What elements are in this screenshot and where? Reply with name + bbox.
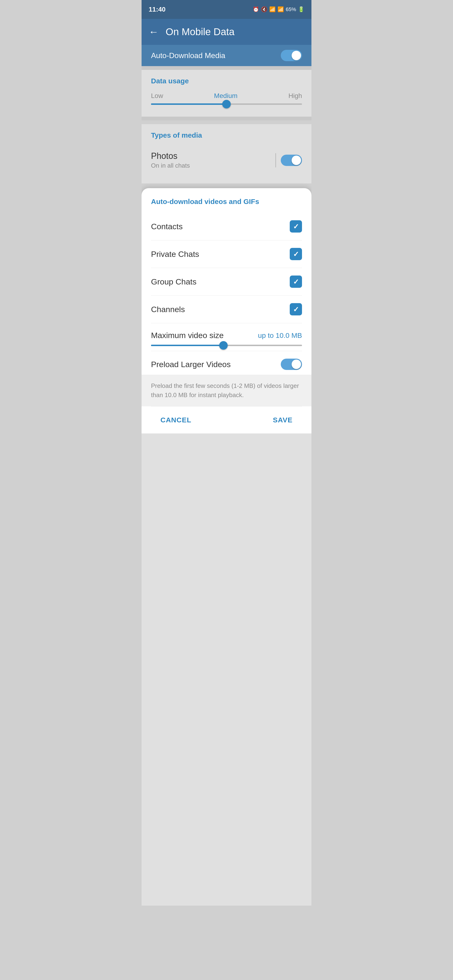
status-icons: ⏰ 🔇 📶 📶 65% 🔋 xyxy=(253,6,304,13)
section-divider-1 xyxy=(141,66,312,70)
preload-description-area: Preload the first few seconds (1-2 MB) o… xyxy=(141,375,312,406)
high-label: High xyxy=(288,92,302,100)
photos-toggle[interactable] xyxy=(281,154,302,166)
data-usage-slider[interactable] xyxy=(151,103,302,105)
bottom-sheet: Auto-download videos and GIFs Contacts ✓… xyxy=(141,188,312,433)
types-of-media-title: Types of media xyxy=(151,131,302,139)
contacts-label: Contacts xyxy=(151,222,183,231)
group-chats-checkbox[interactable]: ✓ xyxy=(290,275,302,288)
low-label: Low xyxy=(151,92,163,100)
bottom-actions: CANCEL SAVE xyxy=(151,406,302,433)
section-divider-2 xyxy=(141,117,312,120)
channels-checkbox[interactable]: ✓ xyxy=(290,303,302,315)
slider-fill xyxy=(151,103,226,105)
private-chats-checkbox[interactable]: ✓ xyxy=(290,248,302,260)
contacts-row: Contacts ✓ xyxy=(151,213,302,240)
auto-download-row: Auto-Download Media xyxy=(141,45,312,66)
types-of-media-section: Types of media Photos On in all chats xyxy=(141,124,312,183)
data-usage-section: Data usage Low Medium High xyxy=(141,70,312,117)
toggle-knob xyxy=(291,51,301,60)
contacts-checkbox[interactable]: ✓ xyxy=(290,220,302,232)
photos-title: Photos xyxy=(151,151,271,161)
video-slider-thumb[interactable] xyxy=(219,341,228,350)
auto-download-dialog-title: Auto-download videos and GIFs xyxy=(151,197,302,206)
mute-icon: 🔇 xyxy=(261,6,267,13)
photos-toggle-knob xyxy=(291,156,301,165)
signal-icon: 📶 xyxy=(277,6,284,13)
private-chats-row: Private Chats ✓ xyxy=(151,240,302,268)
group-chats-row: Group Chats ✓ xyxy=(151,268,302,296)
status-time: 11:40 xyxy=(149,6,166,13)
contacts-check-icon: ✓ xyxy=(293,223,299,231)
alarm-icon: ⏰ xyxy=(253,6,259,13)
slider-thumb[interactable] xyxy=(222,100,231,108)
channels-row: Channels ✓ xyxy=(151,296,302,323)
page-title: On Mobile Data xyxy=(166,26,234,38)
battery-icon: 🔋 xyxy=(298,6,304,13)
video-size-row: Maximum video size up to 10.0 MB xyxy=(151,323,302,351)
battery-percent: 65% xyxy=(286,6,296,13)
preload-description-text: Preload the first few seconds (1-2 MB) o… xyxy=(151,381,302,400)
cancel-button[interactable]: CANCEL xyxy=(160,414,191,426)
group-chats-label: Group Chats xyxy=(151,277,196,286)
preload-row: Preload Larger Videos xyxy=(151,351,302,375)
video-size-slider[interactable] xyxy=(151,345,302,346)
status-bar: 11:40 ⏰ 🔇 📶 📶 65% 🔋 xyxy=(141,0,312,19)
auto-download-toggle[interactable] xyxy=(281,50,302,61)
channels-check-icon: ✓ xyxy=(293,305,299,313)
video-slider-fill xyxy=(151,345,223,346)
video-size-value: up to 10.0 MB xyxy=(258,331,302,339)
private-chats-label: Private Chats xyxy=(151,250,199,259)
slider-labels: Low Medium High xyxy=(151,92,302,100)
save-button[interactable]: SAVE xyxy=(273,414,293,426)
private-chats-check-icon: ✓ xyxy=(293,250,299,258)
video-size-header: Maximum video size up to 10.0 MB xyxy=(151,331,302,340)
photos-info: Photos On in all chats xyxy=(151,151,271,169)
preload-label: Preload Larger Videos xyxy=(151,360,231,369)
channels-label: Channels xyxy=(151,305,185,314)
photos-divider xyxy=(276,153,276,167)
wifi-icon: 📶 xyxy=(269,6,276,13)
data-usage-title: Data usage xyxy=(151,77,302,85)
preload-toggle[interactable] xyxy=(281,359,302,370)
video-size-label: Maximum video size xyxy=(151,331,224,340)
back-button[interactable]: ← xyxy=(149,27,158,37)
medium-label: Medium xyxy=(214,92,238,100)
preload-toggle-knob xyxy=(291,360,301,369)
group-chats-check-icon: ✓ xyxy=(293,278,299,286)
photos-row: Photos On in all chats xyxy=(151,146,302,174)
header: ← On Mobile Data xyxy=(141,19,312,45)
page-spacer xyxy=(141,433,312,906)
auto-download-label: Auto-Download Media xyxy=(151,51,225,60)
photos-subtitle: On in all chats xyxy=(151,162,271,169)
